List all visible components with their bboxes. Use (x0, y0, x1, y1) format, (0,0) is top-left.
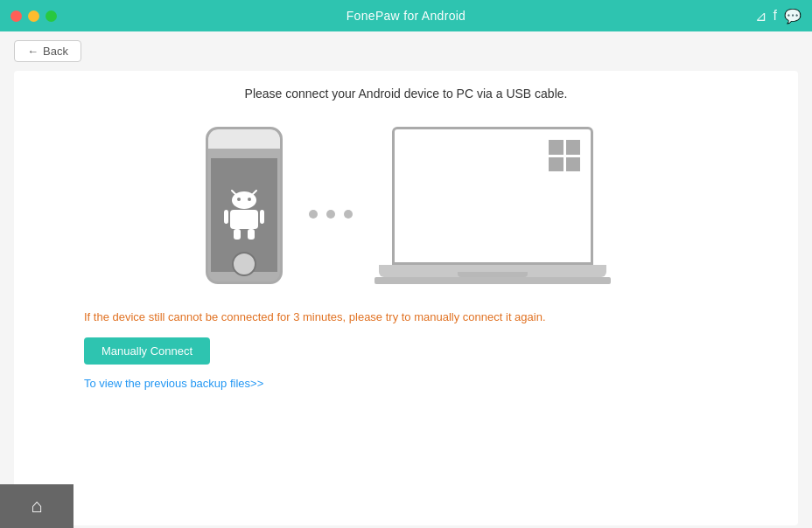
dot-1 (309, 210, 318, 219)
dot-2 (326, 210, 335, 219)
back-bar: ← Back (0, 31, 812, 71)
svg-point-3 (237, 198, 241, 201)
app-title: FonePaw for Android (346, 9, 466, 23)
traffic-lights (10, 10, 57, 22)
wifi-icon: ⊿ (755, 8, 766, 24)
chat-icon[interactable]: 💬 (784, 8, 802, 24)
close-button[interactable] (10, 10, 22, 22)
back-label: Back (43, 45, 68, 58)
android-robot-icon (222, 189, 266, 241)
laptop-bottom (374, 277, 611, 284)
minimize-button[interactable] (28, 10, 39, 22)
maximize-button[interactable] (46, 10, 57, 22)
manually-connect-button[interactable]: Manually Connect (84, 337, 210, 365)
svg-rect-7 (260, 210, 264, 224)
warning-text: If the device still cannot be connected … (84, 310, 728, 323)
home-icon[interactable]: ⌂ (31, 495, 42, 518)
connection-dots (309, 210, 353, 219)
svg-rect-6 (224, 210, 228, 224)
windows-logo-icon (549, 140, 580, 171)
warning-section: If the device still cannot be connected … (14, 310, 798, 323)
bottom-bar: ⌂ (0, 484, 74, 528)
svg-rect-9 (248, 229, 255, 240)
svg-point-4 (248, 198, 251, 201)
device-area (206, 127, 606, 284)
back-button[interactable]: ← Back (14, 40, 81, 62)
phone-screen (211, 158, 277, 272)
title-bar: FonePaw for Android ⊿ f 💬 (0, 0, 812, 31)
facebook-icon[interactable]: f (774, 8, 777, 24)
backup-link[interactable]: To view the previous backup files>> (84, 377, 263, 390)
main-content: Please connect your Android device to PC… (14, 71, 798, 525)
title-bar-icons: ⊿ f 💬 (755, 8, 802, 24)
instruction-text: Please connect your Android device to PC… (245, 87, 568, 101)
laptop-screen (392, 127, 593, 265)
svg-rect-5 (230, 210, 258, 229)
phone-illustration (206, 127, 283, 284)
dot-3 (344, 210, 353, 219)
svg-rect-8 (234, 229, 241, 240)
laptop-base (379, 265, 606, 277)
back-arrow-icon: ← (27, 45, 38, 58)
laptop-illustration (379, 127, 606, 284)
svg-point-2 (232, 191, 256, 209)
